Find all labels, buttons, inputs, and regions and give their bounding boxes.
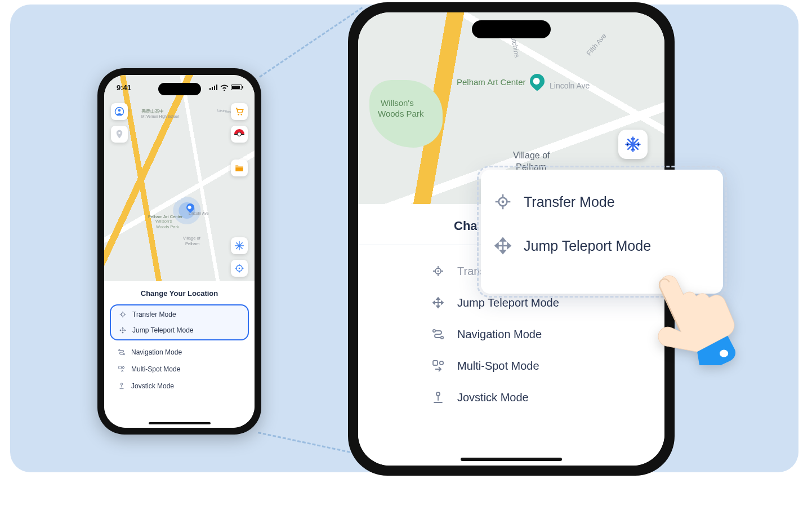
mode-label: Jump Teleport Mode bbox=[132, 326, 194, 334]
svg-point-1 bbox=[118, 109, 121, 112]
route-icon bbox=[431, 327, 445, 341]
freeze-button[interactable] bbox=[231, 237, 248, 254]
bottom-sheet: Change Your Location Transfer Mode Jump … bbox=[104, 281, 255, 428]
home-indicator bbox=[149, 422, 211, 424]
highlighted-modes: Transfer Mode Jump Teleport Mode bbox=[110, 304, 249, 340]
mode-joystick[interactable]: Jovstick Mode bbox=[110, 378, 249, 395]
target-icon bbox=[493, 192, 512, 211]
svg-point-15 bbox=[438, 271, 439, 272]
mode-label: Jump Teleport Mode bbox=[457, 296, 559, 309]
phone-small-frame: 9:41 Columbus R 弗農山高中 Mt Vernon High Sch… bbox=[97, 68, 261, 435]
multi-spot-icon bbox=[118, 365, 126, 373]
move-arrows-icon bbox=[119, 326, 127, 334]
cart-icon bbox=[234, 107, 244, 117]
svg-point-9 bbox=[119, 349, 120, 351]
joystick-icon bbox=[118, 382, 126, 390]
connector-line-top bbox=[259, 7, 363, 78]
map-label: Willson's bbox=[381, 98, 414, 108]
move-arrows-icon bbox=[493, 236, 512, 255]
mode-label: Navigation Mode bbox=[131, 348, 182, 356]
mode-label: Transfer Mode bbox=[132, 311, 176, 318]
mode-joystick[interactable]: Jovstick Mode bbox=[358, 382, 664, 413]
saved-pin-button[interactable] bbox=[111, 126, 128, 143]
mode-multispot[interactable]: Multi-Spot Mode bbox=[110, 361, 249, 378]
folder-button[interactable] bbox=[231, 159, 248, 176]
poi-pin-icon bbox=[527, 71, 548, 92]
mode-label: Multi-Spot Mode bbox=[457, 360, 539, 373]
svg-point-7 bbox=[239, 268, 240, 269]
status-right bbox=[209, 85, 242, 91]
cart-button[interactable] bbox=[231, 103, 248, 120]
locate-button[interactable] bbox=[231, 260, 248, 277]
status-time: 9:41 bbox=[117, 83, 131, 92]
mode-jump[interactable]: Jump Teleport Mode bbox=[111, 322, 248, 338]
multi-spot-icon bbox=[431, 359, 445, 373]
snowflake-icon bbox=[624, 136, 641, 153]
map-label: Lincoln Ave bbox=[550, 81, 590, 90]
pokeball-button[interactable] bbox=[231, 126, 248, 143]
dynamic-island bbox=[158, 83, 201, 95]
svg-point-3 bbox=[238, 114, 239, 115]
callout-transfer[interactable]: Transfer Mode bbox=[485, 180, 719, 224]
folder-icon bbox=[234, 163, 244, 173]
svg-point-4 bbox=[241, 114, 242, 115]
home-indicator bbox=[461, 458, 562, 461]
illustration-canvas: 9:41 Columbus R 弗農山高中 Mt Vernon High Sch… bbox=[10, 5, 798, 472]
profile-button[interactable] bbox=[111, 103, 128, 120]
svg-point-17 bbox=[441, 336, 443, 339]
mode-transfer[interactable]: Transfer Mode bbox=[111, 307, 248, 322]
map-label: Lincoln Ave bbox=[189, 211, 209, 215]
battery-icon bbox=[231, 85, 242, 90]
phone-small-screen: 9:41 Columbus R 弗農山高中 Mt Vernon High Sch… bbox=[104, 75, 255, 428]
svg-point-16 bbox=[433, 330, 435, 332]
svg-point-2 bbox=[118, 132, 121, 134]
map-label: Woods Park bbox=[156, 224, 179, 229]
mode-list: Transfer Mode Jump Teleport Mode Navigat… bbox=[104, 304, 255, 395]
mode-navigation[interactable]: Navigation Mode bbox=[358, 318, 664, 350]
mode-label: Navigation Mode bbox=[457, 328, 542, 341]
map-label: Willson's bbox=[155, 219, 172, 224]
svg-rect-5 bbox=[235, 166, 243, 167]
pokeball-icon bbox=[234, 129, 244, 139]
signal-icon bbox=[209, 85, 218, 90]
target-icon bbox=[119, 311, 127, 318]
snowflake-icon bbox=[234, 241, 244, 251]
hand-pointer-icon bbox=[634, 258, 741, 365]
map-label: Woods Park bbox=[378, 109, 423, 118]
dynamic-island bbox=[472, 20, 551, 38]
mode-navigation[interactable]: Navigation Mode bbox=[110, 344, 249, 361]
map-label: Pelham Art Center bbox=[457, 77, 526, 87]
mode-label: Jovstick Mode bbox=[131, 382, 174, 390]
svg-point-20 bbox=[436, 392, 440, 396]
sheet-title: Change Your Location bbox=[104, 281, 255, 304]
map-view-small[interactable]: Columbus R 弗農山高中 Mt Vernon High School E… bbox=[104, 75, 255, 283]
joystick-icon bbox=[431, 391, 445, 404]
svg-point-22 bbox=[502, 201, 505, 203]
wifi-icon bbox=[220, 85, 229, 91]
svg-point-12 bbox=[122, 366, 124, 369]
mode-multispot[interactable]: Multi-Spot Mode bbox=[358, 350, 664, 382]
svg-rect-18 bbox=[433, 361, 438, 365]
map-label: Village of bbox=[513, 150, 550, 161]
svg-point-8 bbox=[121, 313, 124, 316]
svg-point-13 bbox=[121, 383, 123, 386]
map-label: 弗農山高中 bbox=[141, 109, 164, 114]
map-label: Pelham bbox=[185, 241, 199, 246]
move-arrows-icon bbox=[431, 296, 445, 309]
svg-point-19 bbox=[440, 361, 443, 365]
user-circle-icon bbox=[114, 107, 124, 117]
crosshair-icon bbox=[234, 263, 244, 273]
callout-label: Jump Teleport Mode bbox=[524, 238, 651, 254]
map-label: Village of bbox=[183, 236, 200, 241]
callout-label: Transfer Mode bbox=[524, 194, 615, 210]
map-label: Mt Vernon High School bbox=[141, 114, 179, 118]
mode-label: Jovstick Mode bbox=[457, 391, 529, 404]
svg-point-23 bbox=[720, 349, 728, 357]
map-label: Fifth Ave bbox=[585, 32, 608, 57]
svg-rect-11 bbox=[119, 366, 122, 369]
route-icon bbox=[118, 348, 126, 356]
pin-icon bbox=[114, 129, 124, 139]
svg-point-10 bbox=[123, 353, 124, 355]
freeze-button[interactable] bbox=[618, 130, 648, 159]
target-icon bbox=[431, 264, 445, 278]
